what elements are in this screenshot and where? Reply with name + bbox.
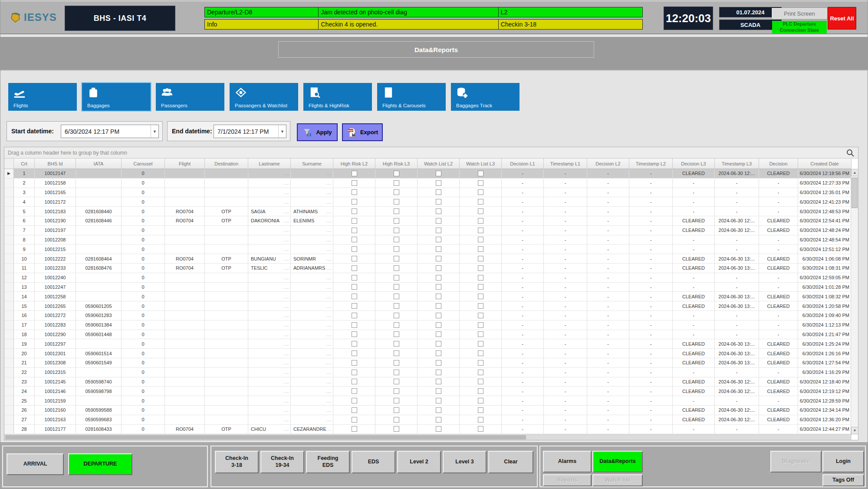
row-checkbox[interactable] bbox=[436, 398, 441, 403]
start-datetime-picker[interactable]: 6/30/2024 12:17 PM ▼ bbox=[61, 125, 159, 138]
arrival-button[interactable]: ARRIVAL bbox=[7, 453, 64, 475]
row-checkbox[interactable] bbox=[394, 417, 399, 423]
row-checkbox[interactable] bbox=[352, 398, 357, 403]
row-checkbox[interactable] bbox=[352, 199, 357, 205]
row-checkbox[interactable] bbox=[352, 379, 357, 384]
reset-all-button[interactable]: Reset All bbox=[828, 7, 856, 30]
row-checkbox[interactable] bbox=[352, 284, 357, 290]
row-checkbox[interactable] bbox=[394, 331, 399, 337]
column-header-surname[interactable]: Surname bbox=[291, 159, 333, 169]
row-checkbox[interactable] bbox=[352, 180, 357, 186]
row-checkbox[interactable] bbox=[478, 331, 483, 337]
row-checkbox[interactable] bbox=[478, 246, 483, 252]
row-checkbox[interactable] bbox=[478, 275, 483, 281]
row-checkbox[interactable] bbox=[436, 180, 441, 186]
table-row[interactable]: 151001226505906012050......----CLEARED20… bbox=[4, 301, 852, 311]
level3-button[interactable]: Level 3 bbox=[443, 451, 487, 473]
table-row[interactable]: 25100121590......-------6/30/2024 12:28:… bbox=[4, 396, 852, 406]
row-checkbox[interactable] bbox=[352, 237, 357, 242]
row-checkbox[interactable] bbox=[478, 237, 483, 242]
tab-baggages[interactable]: Baggages bbox=[82, 83, 151, 111]
row-checkbox[interactable] bbox=[436, 208, 441, 214]
row-checkbox[interactable] bbox=[436, 294, 441, 299]
row-checkbox[interactable] bbox=[352, 228, 357, 233]
row-checkbox[interactable] bbox=[478, 228, 483, 233]
row-checkbox[interactable] bbox=[352, 370, 357, 375]
eds-button[interactable]: EDS bbox=[352, 451, 395, 473]
table-row[interactable]: 241001214605905987980......----CLEARED20… bbox=[4, 387, 852, 396]
row-checkbox[interactable] bbox=[436, 426, 441, 432]
table-row[interactable]: 8100122080......-------6/30/2024 12:48:5… bbox=[4, 235, 852, 245]
row-checkbox[interactable] bbox=[478, 189, 483, 195]
row-checkbox[interactable] bbox=[478, 284, 483, 290]
row-checkbox[interactable] bbox=[394, 199, 399, 205]
row-checkbox[interactable] bbox=[478, 370, 483, 375]
row-checkbox[interactable] bbox=[394, 208, 399, 214]
table-row[interactable]: 211001230805906015490......----CLEARED20… bbox=[4, 358, 852, 368]
row-checkbox[interactable] bbox=[436, 189, 441, 195]
row-checkbox[interactable] bbox=[478, 379, 483, 384]
alarm-row-info[interactable]: Info Checkin 4 is opened. Checkin 3-18 bbox=[204, 19, 643, 30]
row-checkbox[interactable] bbox=[352, 426, 357, 432]
level2-button[interactable]: Level 2 bbox=[397, 451, 441, 473]
row-checkbox[interactable] bbox=[436, 341, 441, 347]
table-row[interactable]: 101001222202816084640RO0704OTPBUNGIANU..… bbox=[4, 254, 852, 264]
column-header-lastname[interactable]: Lastname bbox=[248, 159, 291, 169]
row-checkbox[interactable] bbox=[478, 313, 483, 318]
row-checkbox[interactable] bbox=[394, 275, 399, 281]
row-checkbox[interactable] bbox=[352, 360, 357, 366]
column-header-timestamp-l1[interactable]: Timestamp L1 bbox=[544, 159, 587, 169]
row-checkbox[interactable] bbox=[394, 388, 399, 394]
table-row[interactable]: 181001229005906014480......-------6/30/2… bbox=[4, 330, 852, 340]
row-checkbox[interactable] bbox=[352, 218, 357, 224]
table-row[interactable]: 7100121970......----CLEARED2024-06-30 12… bbox=[4, 226, 852, 235]
feeding-eds-button[interactable]: Feeding EDS bbox=[306, 451, 350, 473]
tab-flights-highrisk[interactable]: Flights & HighRisk bbox=[303, 83, 372, 111]
row-checkbox[interactable] bbox=[394, 180, 399, 186]
row-checkbox[interactable] bbox=[478, 388, 483, 394]
alarm-row-active[interactable]: Departure/L2-D8 Jam detected on photo-ce… bbox=[204, 7, 643, 17]
row-checkbox[interactable] bbox=[436, 246, 441, 252]
column-header-decision-l2[interactable]: Decision L2 bbox=[587, 159, 629, 169]
row-checkbox[interactable] bbox=[394, 341, 399, 347]
tab-flights-carousels[interactable]: Flights & Carousels bbox=[377, 83, 446, 111]
tags-off-button[interactable]: Tags Off bbox=[822, 474, 864, 486]
table-row[interactable]: 3100121650......-------6/30/2024 12:35:0… bbox=[4, 188, 852, 198]
row-checkbox[interactable] bbox=[352, 341, 357, 347]
table-row[interactable]: 261001216005905995880......----CLEARED20… bbox=[4, 406, 852, 415]
row-checkbox[interactable] bbox=[436, 388, 441, 394]
row-checkbox[interactable] bbox=[352, 265, 357, 271]
row-checkbox[interactable] bbox=[394, 350, 399, 356]
chevron-down-icon[interactable]: ▼ bbox=[278, 125, 286, 138]
table-row[interactable]: ▶1100121470......----CLEARED2024-06-30 1… bbox=[4, 169, 852, 178]
reports-button[interactable]: Reports bbox=[543, 474, 592, 486]
column-header-watch-list-l2[interactable]: Watch List L2 bbox=[418, 159, 460, 169]
column-header-bhs-id[interactable]: BHS Id bbox=[35, 159, 76, 169]
clear-button[interactable]: Clear bbox=[488, 451, 533, 473]
row-checkbox[interactable] bbox=[394, 303, 399, 309]
row-checkbox[interactable] bbox=[436, 265, 441, 271]
row-checkbox[interactable] bbox=[394, 171, 399, 176]
row-checkbox[interactable] bbox=[436, 284, 441, 290]
row-checkbox[interactable] bbox=[352, 256, 357, 261]
row-checkbox[interactable] bbox=[478, 417, 483, 423]
row-checkbox[interactable] bbox=[352, 171, 357, 176]
row-checkbox[interactable] bbox=[394, 407, 399, 413]
row-checkbox[interactable] bbox=[352, 189, 357, 195]
row-checkbox[interactable] bbox=[478, 294, 483, 299]
scrollbar-thumb[interactable] bbox=[5, 435, 526, 439]
column-header-decision-l1[interactable]: Decision L1 bbox=[502, 159, 544, 169]
row-checkbox[interactable] bbox=[478, 180, 483, 186]
export-button[interactable]: PDF Export bbox=[342, 123, 383, 141]
scrollbar-thumb[interactable] bbox=[852, 178, 858, 208]
column-header-watch-list-l3[interactable]: Watch List L3 bbox=[460, 159, 502, 169]
table-row[interactable]: 22100123150......-------6/30/2024 1:16:2… bbox=[4, 368, 852, 377]
row-checkbox[interactable] bbox=[436, 275, 441, 281]
row-checkbox[interactable] bbox=[436, 256, 441, 261]
row-checkbox[interactable] bbox=[352, 208, 357, 214]
table-row[interactable]: 281001217702816084330RO0704OTPCHICU...CE… bbox=[4, 425, 852, 434]
row-checkbox[interactable] bbox=[436, 379, 441, 384]
row-checkbox[interactable] bbox=[394, 284, 399, 290]
row-checkbox[interactable] bbox=[436, 218, 441, 224]
column-header-timestamp-l2[interactable]: Timestamp L2 bbox=[629, 159, 673, 169]
